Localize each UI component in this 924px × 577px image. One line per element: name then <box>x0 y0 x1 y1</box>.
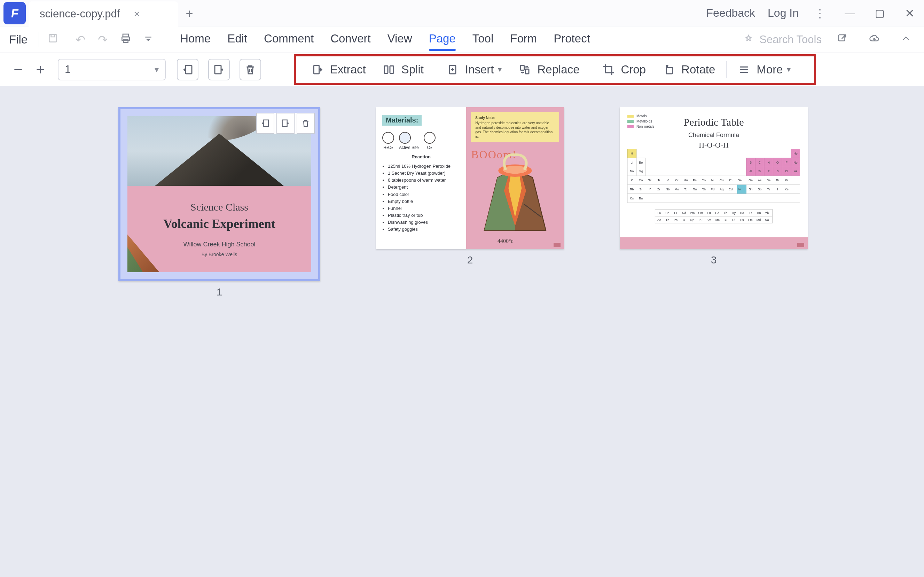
replace-button[interactable]: Replace <box>510 63 588 76</box>
delete-page-button[interactable] <box>240 59 261 81</box>
svg-rect-9 <box>390 66 394 73</box>
menu-view[interactable]: View <box>387 32 412 47</box>
svg-text:I: I <box>777 188 778 191</box>
page-number-select[interactable]: 1 ▾ <box>58 59 166 81</box>
svg-text:Es: Es <box>740 218 744 222</box>
materials-label: Materials: <box>382 115 422 126</box>
window-minimize-icon[interactable]: — <box>841 7 859 19</box>
chevron-down-icon: ▾ <box>498 65 502 74</box>
svg-rect-104 <box>655 210 772 216</box>
more-button[interactable]: More ▾ <box>729 63 799 76</box>
page-number-value: 1 <box>65 63 71 76</box>
svg-text:Pr: Pr <box>674 211 677 215</box>
svg-text:Al: Al <box>749 169 752 173</box>
menu-items: Home Edit Comment Convert View Page Tool… <box>180 32 590 47</box>
svg-text:Md: Md <box>756 218 761 222</box>
thumb-insert-right-button[interactable] <box>276 113 295 134</box>
svg-rect-12 <box>526 69 529 74</box>
window-maximize-icon[interactable]: ▢ <box>871 7 889 19</box>
svg-text:Tc: Tc <box>684 188 687 191</box>
menu-home[interactable]: Home <box>180 32 211 47</box>
menu-edit[interactable]: Edit <box>227 32 247 47</box>
cloud-upload-icon[interactable] <box>863 33 886 46</box>
page-thumbnail[interactable]: Metals Metalloids Non-metals Periodic Ta… <box>620 107 808 266</box>
menu-protect[interactable]: Protect <box>553 32 590 47</box>
page1-line4: By Brooke Wells <box>202 251 237 257</box>
titlebar: F science-copy.pdf × ＋ Feedback Log In ⋮… <box>0 0 924 26</box>
menu-tool[interactable]: Tool <box>472 32 494 47</box>
svg-text:P: P <box>768 169 770 173</box>
thumb-number: 3 <box>711 254 717 266</box>
svg-text:Mg: Mg <box>639 169 643 173</box>
svg-text:O: O <box>776 161 779 164</box>
svg-text:N: N <box>768 161 769 164</box>
menu-form[interactable]: Form <box>510 32 537 47</box>
svg-text:Cm: Cm <box>715 218 720 222</box>
svg-text:Kr: Kr <box>785 179 788 182</box>
menu-page[interactable]: Page <box>429 32 456 47</box>
svg-text:Ne: Ne <box>793 161 797 164</box>
svg-text:Ar: Ar <box>794 169 797 173</box>
svg-text:Na: Na <box>630 169 634 173</box>
page-toolbar: − + 1 ▾ Extract Split Insert ▾ Replace <box>0 53 924 86</box>
login-link[interactable]: Log In <box>768 6 799 19</box>
menu-file[interactable]: File <box>0 33 37 46</box>
svg-text:Yb: Yb <box>765 211 769 215</box>
thumb-delete-button[interactable] <box>297 113 315 134</box>
svg-text:Co: Co <box>702 179 706 182</box>
kebab-menu-icon[interactable]: ⋮ <box>811 6 829 20</box>
svg-text:Zn: Zn <box>729 179 732 182</box>
svg-text:Sn: Sn <box>749 188 753 191</box>
window-close-icon[interactable]: ✕ <box>901 6 918 20</box>
crop-button[interactable]: Crop <box>594 63 655 76</box>
materials-list: 125ml 10% Hydrogen Peroxide1 Sachet Dry … <box>382 163 460 233</box>
quick-tools-dropdown-icon[interactable] <box>137 33 159 46</box>
tab-close-icon[interactable]: × <box>134 9 140 19</box>
svg-text:Th: Th <box>666 218 669 222</box>
svg-text:Be: Be <box>639 161 643 164</box>
svg-text:Eu: Eu <box>707 211 711 215</box>
svg-rect-7 <box>314 65 319 74</box>
zoom-in-button[interactable]: + <box>29 61 52 78</box>
svg-text:Pa: Pa <box>674 218 677 222</box>
thumb-insert-left-button[interactable] <box>256 113 274 134</box>
svg-rect-15 <box>282 120 287 127</box>
workspace: Science Class Volcanic Experiment Willow… <box>0 86 924 577</box>
svg-text:Ag: Ag <box>720 188 724 191</box>
svg-text:Pm: Pm <box>690 211 695 215</box>
svg-text:No: No <box>765 218 769 222</box>
menu-convert[interactable]: Convert <box>331 32 371 47</box>
insert-page-left-button[interactable] <box>177 59 198 81</box>
svg-rect-4 <box>839 35 845 41</box>
page-thumbnail[interactable]: Materials: H₂O₂ Active Site O₂ Reaction … <box>376 107 564 266</box>
svg-rect-0 <box>50 34 57 42</box>
svg-text:B: B <box>750 161 751 164</box>
svg-text:V: V <box>667 179 669 182</box>
svg-text:Y: Y <box>649 188 651 191</box>
open-external-icon[interactable] <box>831 33 854 46</box>
menu-comment[interactable]: Comment <box>264 32 314 47</box>
extract-button[interactable]: Extract <box>303 63 374 76</box>
svg-text:S: S <box>777 169 779 173</box>
app-logo-icon: F <box>3 2 26 24</box>
page-actions-group: Extract Split Insert ▾ Replace Crop Rota… <box>294 54 816 85</box>
feedback-link[interactable]: Feedback <box>706 6 755 19</box>
rotate-button[interactable]: Rotate <box>654 63 724 76</box>
insert-button[interactable]: Insert ▾ <box>438 63 510 76</box>
split-button[interactable]: Split <box>374 63 432 76</box>
collapse-ribbon-icon[interactable] <box>895 33 917 46</box>
search-tools[interactable]: Search Tools <box>743 34 822 46</box>
page-thumbnail[interactable]: Science Class Volcanic Experiment Willow… <box>118 107 320 298</box>
print-icon[interactable] <box>114 33 137 47</box>
svg-text:Nb: Nb <box>666 188 669 191</box>
svg-text:F: F <box>786 161 788 164</box>
svg-text:Pu: Pu <box>699 218 703 222</box>
document-tab[interactable]: science-copy.pdf × <box>29 2 178 26</box>
page1-line2: Volcanic Experiment <box>163 216 276 231</box>
insert-page-right-button[interactable] <box>208 59 230 81</box>
svg-text:Dy: Dy <box>732 211 735 215</box>
svg-text:Fe: Fe <box>693 179 696 182</box>
zoom-out-button[interactable]: − <box>7 61 29 78</box>
new-tab-button[interactable]: ＋ <box>178 0 200 26</box>
svg-text:K: K <box>631 179 633 182</box>
